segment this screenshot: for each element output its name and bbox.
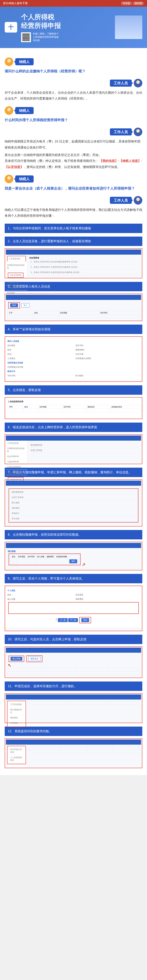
taxpayer-label: 纳税人 [15,107,34,114]
header-tag-2: 第62期 [133,2,144,5]
step-6-title: 6、报送反馈成功后，点击上网经营所得，进入经营所得申报界面 [5,423,142,432]
screenshot-7: 预扣预缴申报 年度汇算申报 网上缴税 税款缴纳 查询统计 单位信息 [5,479,142,527]
screenshot-2: 人员信息采集 专项附加扣除信息采集 综合所得申报 分类所得申报 非居民所得申报 … [5,248,142,278]
step-11-title: 11、申报完成后，选择对应缴款方式，进行缴款。 [5,681,142,691]
staff-avatar [134,79,142,88]
staff-label: 工作人员 [110,128,132,135]
answer-2-p2: 新办企业第一次纳税申报的所属期为税务登记之后当月（季度）开始。 具体也可自行查询… [5,152,142,170]
step-5-title: 5、点击报送，获取反馈 [5,385,142,395]
step-1-title: 1、与综合所得申报相同，首先登录自然人电子税务局扣缴端 [5,224,142,233]
staff-avatar [134,127,142,136]
taxpayer-label: 纳税人 [15,58,34,65]
qr-hint: 扫描二维码，了解更多个人所得税经营所得申报相关内容 [33,32,60,42]
screenshot-5: 人员信息报送结果 序号姓名证件类型证件号码报送状态身份验证状态 [5,397,142,419]
step-12-title: 12、系统提供对应的查询功能。 [5,727,142,736]
answer-2-p1: 纳税申报期限正常情况为每月（季）15 日之前，如遇国家法定公休假日可以顺延，具体… [5,138,142,151]
qr-code [21,32,31,42]
screenshot-12: 单位申报记录查询 个人扣缴明细查询 [5,738,142,768]
taxpayer-avatar [5,175,13,183]
answer-3-intro: 纳税人可以通过辽宁省电子税务局端进行个人所得税经营所得申报，我们以图文结合方式讲… [5,207,142,219]
chapter-number: 十 [5,22,17,33]
page-title: 个人所得税 经营所得申报 [21,13,111,30]
step-8-title: 8、点击预扣预缴申报，按照实际情况填写对应数据。 [5,530,142,539]
banner-illustration [115,16,142,39]
step-2-title: 2、点击人员信息采集，进行需要申报的法人，或者股东增加 [5,237,142,246]
title-banner: 十 个人所得税 经营所得申报 扫描二维码，了解更多个人所得税经营所得申报相关内容 [0,7,147,48]
taxpayer-label: 纳税人 [15,175,34,183]
screenshot-10: 网上申报 获取反馈 ↖ [5,646,142,678]
staff-label: 工作人员 [110,80,132,87]
step-4-title: 4、所有"*"必录项全部如实填报 [5,325,142,334]
screenshot-11: 三方协议缴款 银行端缴款凭证 银联缴款 扫码缴款 [5,693,142,723]
screenshot-8: 预扣预缴 姓名证件类型证件号码收入总额减除费用应纳税所得额 填写 ↗ [5,542,142,570]
taxpayer-avatar [5,106,13,115]
step-9-title: 9、填写之后，双击个人明细，即可显示个人具体情况。 [5,574,142,583]
question-1: 请问什么样的企业缴纳个人所得税（经营所得）呢？ [5,68,142,74]
question-3: 我是一家合伙企业（或个人独资企业），请问企业投资者如何进行个人所得税申报？ [5,186,142,191]
taxpayer-avatar [5,57,13,66]
screenshot-6: 人员信息采集 专项附加扣除信息采集 综合所得申报 分类所得申报 非居民所得申报 … [5,434,142,464]
step-10-title: 10、填写之后，勾选对应人员，点击网上申报，获取反馈 [5,635,142,644]
screenshot-3: 添加 导入 工号姓名证件类型证件号码 [5,294,142,321]
header-tag-1: 中学堂 [121,2,132,5]
answer-1: 对于企业来讲，个人独资企业投资人、合伙企业的个人合伙人来源于境内注册的个人独资企… [5,90,142,102]
staff-avatar [134,196,142,205]
doc-header: 新办纳税人服务手册 中学堂 第62期 [0,0,147,7]
staff-label: 工作人员 [110,197,132,204]
screenshot-4: 境内人员信息 证件类型证件号码 姓名国籍(地区) 性别出生日期 人员状态任职受雇… [5,336,142,382]
header-left: 新办纳税人服务手册 [3,2,28,5]
question-2: 什么时间办理个人所得税经营所得申报？ [5,117,142,123]
screenshot-9: 个人信息 姓名证件类型 收入总额成本费用 ↑ 上一条 下一条 保存 [5,585,142,631]
